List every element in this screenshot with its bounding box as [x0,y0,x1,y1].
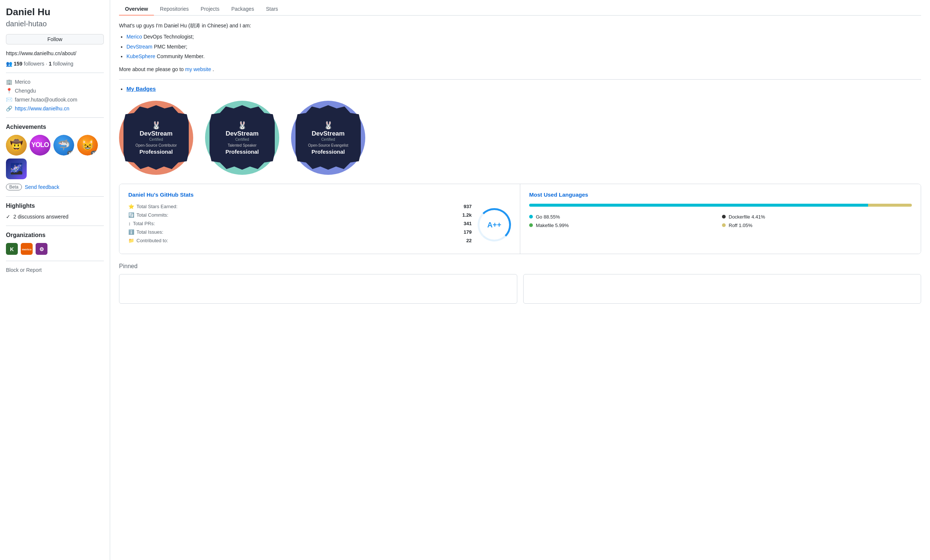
bio-item-2-rest: PMC Member; [152,44,187,50]
highlights-section: Highlights ✓ 2 discussions answered [6,203,104,219]
main-content: Overview Repositories Projects Packages … [110,0,930,560]
divider-2 [6,117,104,118]
achievement-shark[interactable]: 🦈 x3 [53,135,74,155]
bio-more-text: More about me please go to [119,66,185,72]
commits-label: 🔄 Total Commits: [128,212,168,218]
my-badges-link[interactable]: My Badges [126,86,156,92]
tab-stars[interactable]: Stars [260,3,284,15]
stats-info: ⭐ Total Stars Earned: 937 🔄 Total Commit… [128,204,472,246]
send-feedback-link[interactable]: Send feedback [25,184,59,190]
grade-value: A++ [487,221,501,229]
svg-text:⚙: ⚙ [39,246,44,252]
badge-2-type: Talented Speaker [228,143,257,148]
website-link[interactable]: https://www.danielhu.cn/about/ [6,51,104,56]
my-website-link[interactable]: my website [185,66,211,72]
check-icon: ✓ [6,214,11,219]
stats-row-commits: 🔄 Total Commits: 1.2k [128,212,472,218]
organizations-title: Organizations [6,232,104,238]
stats-row-prs: ↕ Total PRs: 341 [128,221,472,226]
go-label: Go 88.55% [536,214,560,219]
contributed-icon: 📁 [128,238,134,243]
stats-row-stars: ⭐ Total Stars Earned: 937 [128,204,472,209]
achievement-cat[interactable]: 😸 x3 [77,135,98,155]
languages-title: Most Used Languages [529,192,912,198]
highlights-item: ✓ 2 discussions answered [6,214,104,219]
stats-section: Daniel Hu's GitHub Stats ⭐ Total Stars E… [119,184,921,254]
location-row: 📍 Chengdu [6,88,104,94]
following-label: following [53,61,73,67]
dockerfile-label: Dockerfile 4.41% [729,214,765,219]
issues-value: 179 [463,229,472,235]
pinned-card-1 [119,274,517,304]
achievement-galaxy[interactable]: 🌌 [6,158,27,179]
org-3[interactable]: ⚙ [35,243,48,255]
badge-1-rabbit: 🐰 [152,121,161,130]
makefile-dot [529,223,533,227]
tab-repositories[interactable]: Repositories [154,3,195,15]
badge-1-type: Open-Source Contributor [135,143,177,148]
lang-go: Go 88.55% [529,214,719,219]
personal-site-link[interactable]: https://www.danielhu.cn [15,106,69,112]
pinned-section: Pinned [119,263,921,304]
bio-list: Merico DevOps Technologist; DevStream PM… [119,32,921,60]
followers-icon: 👥 [6,61,12,67]
stars-value: 937 [463,204,472,209]
issue-icon: ℹ️ [128,229,134,235]
badge-3-inner: 🐰 DevStream Certified Open-Source Evange… [296,105,361,170]
link-icon: 🔗 [6,106,12,112]
stars-label: ⭐ Total Stars Earned: [128,204,178,209]
highlights-text: 2 discussions answered [13,214,69,219]
email-row: ✉️ farmer.hutao@outlook.com [6,97,104,103]
divider-3 [6,196,104,197]
merico-link[interactable]: Merico [126,34,142,40]
dockerfile-dot [722,215,726,218]
following-count: 1 [49,61,52,67]
kubesphere-link[interactable]: KubeSphere [126,53,156,59]
organizations-section: Organizations K merico ⚙ [6,232,104,255]
company-name: Merico [15,79,31,85]
devstream-link[interactable]: DevStream [126,44,152,50]
svg-text:merico: merico [22,248,32,251]
tab-overview[interactable]: Overview [119,3,154,15]
contributed-value: 22 [467,238,472,243]
stats-card-content: ⭐ Total Stars Earned: 937 🔄 Total Commit… [128,204,511,246]
github-stats-title: Daniel Hu's GitHub Stats [128,192,511,198]
bio-more-end: . [212,66,214,72]
stats-row-issues: ℹ️ Total Issues: 179 [128,229,472,235]
email-address: farmer.hutao@outlook.com [15,97,77,103]
issues-label: ℹ️ Total Issues: [128,229,163,235]
lang-bar [529,204,912,207]
highlights-title: Highlights [6,203,104,209]
achievement-cowboy[interactable]: 🤠 [6,135,27,155]
badge-1-brand: DevStream [140,130,173,137]
lang-roff: Roff 1.05% [722,222,912,228]
badges-list: 🐰 DevStream Certified Open-Source Contri… [119,101,921,175]
bio-more: More about me please go to my website . [119,65,921,73]
org-2[interactable]: merico [21,243,32,255]
follow-button[interactable]: Follow [6,34,104,44]
pr-icon: ↕ [128,221,131,226]
pinned-title: Pinned [119,263,921,270]
tab-packages[interactable]: Packages [225,3,260,15]
grade-circle: A++ [477,208,511,241]
bio-item-1-rest: DevOps Technologist; [142,34,194,40]
achievement-galaxy-row: 🌌 [6,158,104,179]
tabs-row: Overview Repositories Projects Packages … [119,0,921,15]
divider-5 [6,261,104,261]
badge-1-inner: 🐰 DevStream Certified Open-Source Contri… [123,105,189,170]
followers-label: followers [24,61,44,67]
languages-card: Most Used Languages Go 88.55% Dockerfile… [520,184,921,254]
lang-dockerfile: Dockerfile 4.41% [722,214,912,219]
badge-2-inner: 🐰 DevStream Certified Talented Speaker P… [209,105,275,170]
block-report-link[interactable]: Block or Report [6,267,104,273]
achievement-yolo[interactable]: YOLO [30,135,51,155]
prs-value: 341 [463,221,472,226]
lang-makefile: Makefile 5.99% [529,222,719,228]
badge-2-brand: DevStream [226,130,259,137]
badge-evangelist: 🐰 DevStream Certified Open-Source Evange… [291,101,365,175]
badges-list-header: My Badges [119,86,921,92]
location-icon: 📍 [6,88,12,94]
tab-projects[interactable]: Projects [195,3,225,15]
org-1[interactable]: K [6,243,18,255]
achievements-grid: 🤠 YOLO 🦈 x3 😸 x3 [6,135,104,155]
